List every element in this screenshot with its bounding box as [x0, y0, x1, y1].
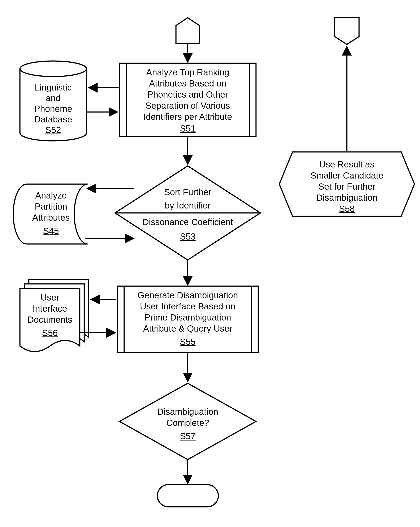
s58-line3: Set for Further — [318, 182, 376, 191]
offpage-connector-icon — [335, 18, 359, 44]
s56-line1: User — [41, 293, 59, 302]
s58-step: S58 — [339, 204, 355, 214]
s55-line2: User Interface Based on — [140, 301, 235, 311]
s57-step: S57 — [180, 431, 196, 441]
s51-line3: Phonetics and Other — [147, 90, 228, 99]
s58-line4: Disambiguation — [316, 193, 378, 202]
process-s51: Analyze Top Ranking Attributes Based on … — [120, 63, 256, 136]
s52-step: S52 — [45, 125, 61, 135]
s55-line1: Generate Disambiguation — [137, 290, 238, 300]
s52-line3: Phoneme — [34, 104, 72, 114]
s53-line3: Dissonance Coefficient — [143, 217, 233, 227]
s53-step: S53 — [180, 231, 196, 241]
start-connector-icon — [176, 18, 200, 43]
s56-step: S56 — [42, 328, 58, 338]
s56-line3: Documents — [28, 315, 72, 325]
s52-line2: and — [46, 93, 61, 103]
s51-line1: Analyze Top Ranking — [146, 67, 229, 77]
s55-step: S55 — [180, 337, 196, 347]
s58-line1: Use Result as — [319, 159, 375, 169]
s51-line5: Identifiers per Attribute — [143, 112, 232, 121]
s57-line1: Disambiguation — [157, 407, 218, 417]
s52-line4: Database — [34, 114, 72, 124]
terminator-icon — [157, 485, 218, 507]
database-s52: Linguistic and Phoneme Database S52 — [20, 61, 86, 141]
preparation-s58: Use Result as Smaller Candidate Set for … — [279, 152, 414, 216]
documents-s56: User Interface Documents S56 — [20, 279, 89, 351]
s45-line3: Attributes — [32, 213, 70, 222]
data-s45: Analyze Partition Attributes S45 — [13, 184, 88, 244]
s55-line3: Prime Disambiguation — [144, 313, 231, 322]
s51-line4: Separation of Various — [145, 101, 230, 110]
decision-s57: Disambiguation Complete? S57 — [119, 383, 256, 460]
s45-line1: Analyze — [35, 190, 67, 200]
s53-line1: Sort Further — [164, 187, 211, 197]
sort-s53: Sort Further by Identifier Dissonance Co… — [115, 166, 260, 260]
s51-step: S51 — [180, 123, 196, 133]
s45-line2: Partition — [35, 202, 67, 211]
s58-line2: Smaller Candidate — [310, 171, 383, 180]
s53-line2: by Identifier — [165, 200, 211, 210]
flowchart-diagram: Linguistic and Phoneme Database S52 Anal… — [0, 0, 420, 527]
svg-rect-7 — [157, 485, 218, 507]
process-s55: Generate Disambiguation User Interface B… — [117, 286, 258, 353]
s57-line2: Complete? — [166, 418, 209, 428]
s52-line1: Linguistic — [35, 83, 72, 92]
s45-step: S45 — [43, 226, 59, 236]
s51-line2: Attributes Based on — [149, 78, 226, 88]
s56-line2: Interface — [32, 304, 67, 313]
s55-line4: Attribute & Query User — [143, 324, 232, 333]
